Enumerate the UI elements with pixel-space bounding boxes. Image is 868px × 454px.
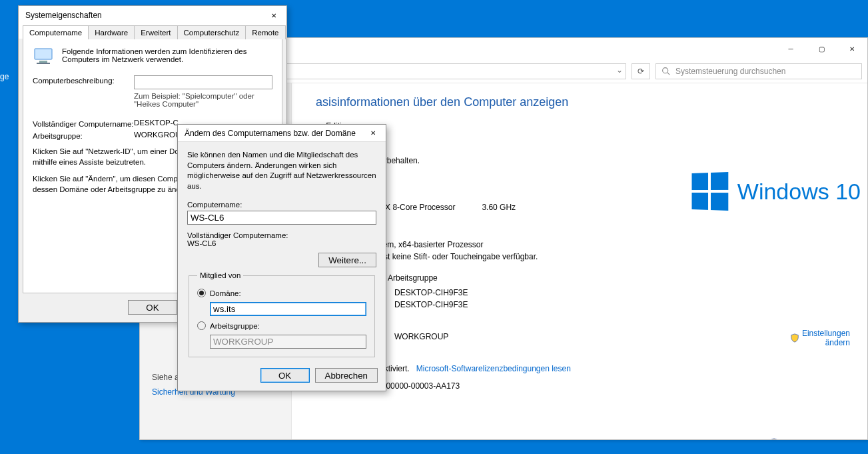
dialog-title: Ändern des Computernamens bzw. der Domän… xyxy=(185,129,356,138)
workgroup-label: Arbeitsgruppe: xyxy=(33,131,134,140)
edition-partial: — Edition xyxy=(316,121,850,131)
workgroup-value: WORKGROUP xyxy=(394,332,448,341)
ok-button[interactable]: OK xyxy=(260,368,310,383)
domain-label: Domäne: xyxy=(210,289,241,297)
description-label: Computerbeschreibung: xyxy=(33,75,134,85)
close-button[interactable]: ✕ xyxy=(837,38,867,59)
dialog-titlebar[interactable]: Systemeigenschaften ✕ xyxy=(19,6,286,25)
computer-icon xyxy=(33,47,55,66)
search-box[interactable]: Systemsteuerung durchsuchen xyxy=(655,63,862,79)
intro-text: Sie können den Namen und die Mitgliedsch… xyxy=(187,150,376,191)
computer-name: DESKTOP-CIH9F3E xyxy=(394,288,468,297)
processor-speed: 3.60 GHz xyxy=(482,203,516,212)
page-title: asisinformationen über den Computer anze… xyxy=(316,95,850,109)
close-button[interactable]: ✕ xyxy=(264,8,284,23)
tab-computername[interactable]: Computername xyxy=(23,25,89,39)
refresh-button[interactable]: ⟳ xyxy=(632,63,650,79)
maximize-button[interactable]: ▢ xyxy=(806,38,837,59)
dropdown-icon[interactable]: ⌄ xyxy=(616,65,623,75)
memberof-legend: Mitglied von xyxy=(197,271,243,279)
section-domain: amen, Domäne und Arbeitsgruppe xyxy=(316,273,850,283)
shield-icon xyxy=(790,333,799,343)
radio-domain[interactable]: Domäne: xyxy=(197,289,366,297)
description-hint: Zum Beispiel: "Spielcomputer" oder "Heik… xyxy=(134,92,272,108)
activate-windows-link[interactable]: Windows aktivieren xyxy=(769,438,850,439)
change-settings-link[interactable]: Einstellungenändern xyxy=(790,329,850,347)
windows10-logo: Windows 10 xyxy=(691,173,861,210)
windows10-text: Windows 10 xyxy=(737,179,861,205)
tab-remote[interactable]: Remote xyxy=(245,25,285,39)
tab-protection[interactable]: Computerschutz xyxy=(177,25,246,39)
shield-icon xyxy=(769,438,779,439)
svg-line-1 xyxy=(667,73,669,75)
ok-button[interactable]: OK xyxy=(128,300,177,315)
intro-text: Folgende Informationen werden zum Identi… xyxy=(62,47,272,66)
copyright-partial: tion. Alle Rechte vorbehalten. xyxy=(316,156,850,165)
computername-label: Computername: xyxy=(187,201,376,209)
dialog-title: Systemeigenschaften xyxy=(25,11,102,20)
workgroup-value: WORKGROU xyxy=(134,131,181,139)
computername-input[interactable] xyxy=(187,211,376,225)
search-icon xyxy=(661,67,670,75)
minimize-button[interactable]: ─ xyxy=(775,38,806,59)
svg-rect-3 xyxy=(39,61,47,63)
description-input[interactable] xyxy=(134,75,272,89)
domain-input[interactable] xyxy=(210,302,366,316)
workgroup-input xyxy=(210,335,366,349)
radio-icon xyxy=(197,289,206,297)
fullname-label: Vollständiger Computername: xyxy=(33,119,134,128)
desktop-fragment: ge xyxy=(0,72,9,81)
fullname-value: DESKTOP-C xyxy=(134,119,179,127)
change-domain-dialog: Ändern des Computernamens bzw. der Domän… xyxy=(177,124,386,391)
dialog-titlebar[interactable]: Ändern des Computernamens bzw. der Domän… xyxy=(178,125,386,142)
tab-advanced[interactable]: Erweitert xyxy=(134,25,177,39)
workgroup-label: Arbeitsgruppe: xyxy=(210,322,260,330)
more-button[interactable]: Weitere... xyxy=(318,253,376,267)
full-computer-name: DESKTOP-CIH9F3E xyxy=(394,300,468,309)
license-terms-link[interactable]: Microsoft-Softwarelizenzbedingungen lese… xyxy=(416,364,571,373)
memberof-group: Mitglied von Domäne: Arbeitsgruppe: xyxy=(189,271,375,357)
search-placeholder: Systemsteuerung durchsuchen xyxy=(675,67,785,76)
close-button[interactable]: ✕ xyxy=(363,126,383,141)
tab-strip: Computername Hardware Erweitert Computer… xyxy=(19,25,286,39)
svg-rect-4 xyxy=(37,63,50,64)
fullname-label: Vollständiger Computername: xyxy=(187,231,376,239)
svg-rect-2 xyxy=(35,49,52,59)
radio-icon xyxy=(197,321,206,330)
tab-hardware[interactable]: Hardware xyxy=(88,25,135,39)
cancel-button[interactable]: Abbrechen xyxy=(315,368,378,383)
radio-workgroup[interactable]: Arbeitsgruppe: xyxy=(197,321,366,330)
fullname-value: WS-CL6 xyxy=(187,239,376,247)
svg-point-0 xyxy=(663,68,668,73)
